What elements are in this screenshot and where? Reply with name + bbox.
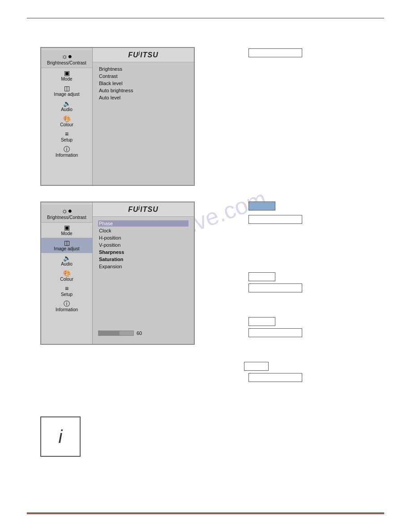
mode-icon-2: ▣ [64, 224, 70, 231]
osd-sidebar-1: ☼● Brightness/Contrast ▣ Mode ◫ Image ad… [41, 48, 93, 185]
menu-item-expansion[interactable]: Expansion [98, 263, 188, 270]
audio-icon-2: 🔈 [63, 255, 71, 261]
sidebar-top-brightness-2[interactable]: ☼● Brightness/Contrast [41, 205, 92, 223]
setup-icon-2: ≡ [65, 285, 68, 292]
menu-item-sharpness[interactable]: Sharpness [98, 249, 188, 255]
osd-menu-list-1: Brightness Contrast Black level Auto bri… [93, 62, 194, 104]
sidebar-item-setup-2[interactable]: ≡ Setup [41, 283, 92, 299]
info-letter: i [59, 427, 63, 447]
slider-track[interactable] [98, 330, 134, 336]
sidebar-item-information-2[interactable]: ⓘ Information [41, 299, 92, 314]
sidebar-item-image-adjust-1[interactable]: ◫ Image adjust [41, 83, 92, 99]
audio-label-2: Audio [61, 262, 73, 266]
callout-box-5 [248, 283, 302, 292]
information-label-2: Information [56, 307, 78, 312]
image-adjust-label-1: Image adjust [54, 92, 79, 97]
callout-box-9 [248, 373, 302, 382]
audio-label-1: Audio [61, 107, 73, 112]
menu-item-contrast[interactable]: Contrast [98, 73, 188, 79]
image-adjust-icon-2: ◫ [64, 240, 70, 246]
menu-item-auto-level[interactable]: Auto level [98, 94, 188, 101]
callout-box-6 [248, 317, 275, 326]
sidebar-top-label-1: Brightness/Contrast [47, 60, 86, 65]
sidebar-top-brightness[interactable]: ☼● Brightness/Contrast [41, 50, 92, 68]
osd-panel-image-adjust: ☼● Brightness/Contrast ▣ Mode ◫ Image ad… [40, 202, 195, 345]
callout-box-1 [248, 48, 302, 57]
callout-box-3 [248, 215, 302, 224]
brightness-contrast-icon-2: ☼● [61, 207, 72, 215]
menu-item-h-position[interactable]: H-position [98, 235, 188, 241]
menu-item-black-level[interactable]: Black level [98, 80, 188, 86]
bottom-rule [27, 513, 384, 514]
osd-panel-brightness-contrast: ☼● Brightness/Contrast ▣ Mode ◫ Image ad… [40, 47, 195, 186]
colour-label-2: Colour [60, 277, 73, 282]
mode-icon-1: ▣ [64, 70, 70, 76]
callout-box-7 [248, 328, 302, 337]
sidebar-item-information-1[interactable]: ⓘ Information [41, 144, 92, 159]
sidebar-item-mode-1[interactable]: ▣ Mode [41, 68, 92, 83]
bottom-rule-thin [27, 512, 384, 513]
sidebar-item-audio-2[interactable]: 🔈 Audio [41, 253, 92, 268]
slider-value: 60 [137, 330, 142, 336]
callout-box-8 [244, 362, 269, 371]
setup-label-2: Setup [61, 292, 73, 297]
fujitsu-logo-2: FUjITSU [128, 206, 158, 213]
audio-icon-1: 🔈 [63, 100, 71, 107]
sidebar-item-colour-1[interactable]: 🎨 Colour [41, 114, 92, 129]
brightness-contrast-icon: ☼● [61, 52, 72, 60]
colour-icon-1: 🎨 [63, 116, 71, 122]
sidebar-item-audio-1[interactable]: 🔈 Audio [41, 99, 92, 114]
sidebar-item-mode-2[interactable]: ▣ Mode [41, 223, 92, 238]
menu-item-v-position[interactable]: V-position [98, 242, 188, 248]
information-icon-2: ⓘ [64, 300, 70, 307]
osd-sidebar-2: ☼● Brightness/Contrast ▣ Mode ◫ Image ad… [41, 202, 93, 344]
sidebar-item-colour-2[interactable]: 🎨 Colour [41, 268, 92, 283]
menu-item-saturation[interactable]: Saturation [98, 256, 188, 262]
menu-item-auto-brightness[interactable]: Auto brightness [98, 87, 188, 94]
menu-item-clock[interactable]: Clock [98, 227, 188, 234]
osd-menu-list-2: Phase Clock H-position V-position Sharpn… [93, 217, 194, 273]
info-box: i [40, 416, 81, 457]
menu-item-phase[interactable]: Phase [98, 220, 188, 227]
image-adjust-icon-1: ◫ [64, 85, 70, 91]
sidebar-item-setup-1[interactable]: ≡ Setup [41, 129, 92, 144]
slider-fill [98, 331, 120, 335]
sidebar-top-label-2: Brightness/Contrast [47, 215, 86, 220]
osd-header-2: FUjITSU [93, 202, 194, 217]
mode-label-1: Mode [61, 77, 72, 82]
menu-item-brightness[interactable]: Brightness [98, 66, 188, 72]
image-adjust-label-2: Image adjust [54, 246, 79, 251]
mode-label-2: Mode [61, 231, 72, 236]
setup-label-1: Setup [61, 137, 73, 142]
fujitsu-logo-1: FUjITSU [128, 51, 158, 59]
sidebar-item-image-adjust-2[interactable]: ◫ Image adjust [41, 238, 92, 253]
osd-main-2: FUjITSU Phase Clock H-position V-positio… [93, 202, 194, 344]
callout-box-4 [248, 272, 275, 281]
colour-label-1: Colour [60, 122, 73, 127]
setup-icon-1: ≡ [65, 131, 68, 137]
osd-main-1: FUjITSU Brightness Contrast Black level … [93, 48, 194, 185]
callout-box-2 [248, 202, 275, 210]
information-label-1: Information [56, 153, 78, 158]
colour-icon-2: 🎨 [63, 270, 71, 276]
top-rule [27, 18, 384, 18]
slider-container: 60 [98, 330, 188, 336]
information-icon-1: ⓘ [64, 146, 70, 152]
osd-header-1: FUjITSU [93, 48, 194, 62]
